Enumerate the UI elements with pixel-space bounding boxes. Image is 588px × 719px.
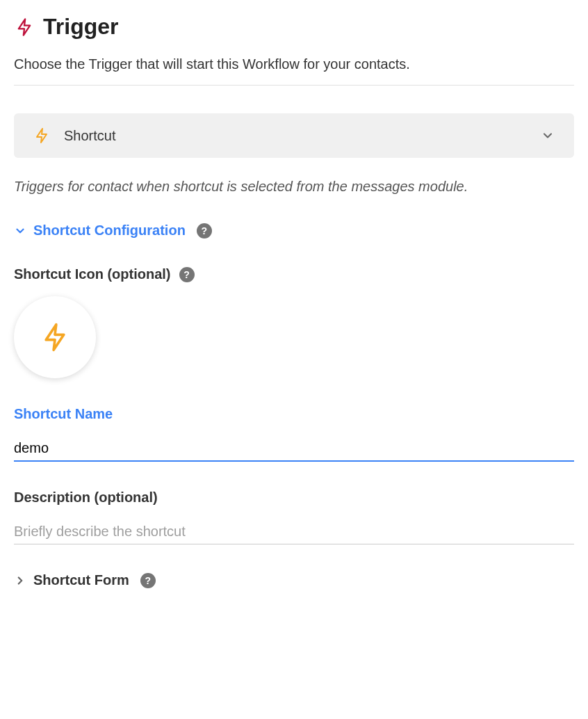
description-field-wrapper: Description (optional) [14,490,574,544]
trigger-selector-content: Shortcut [33,127,115,144]
section-title: Shortcut Configuration [33,223,186,239]
section-title: Shortcut Form [33,572,129,588]
page-header: Trigger [14,14,574,40]
help-icon[interactable]: ? [140,573,156,588]
shortcut-icon-wrapper [14,296,574,378]
description-label: Description (optional) [14,490,574,506]
trigger-hint: Triggers for contact when shortcut is se… [14,179,574,195]
shortcut-name-field-wrapper: Shortcut Name [14,406,574,462]
chevron-right-icon [14,574,26,587]
shortcut-name-input[interactable] [14,436,574,462]
help-icon[interactable]: ? [197,223,212,239]
chevron-down-icon [14,225,26,237]
shortcut-name-label: Shortcut Name [14,406,574,422]
bolt-icon [40,322,70,353]
description-input[interactable] [14,519,574,544]
divider [14,85,574,86]
trigger-type-selector[interactable]: Shortcut [14,113,574,158]
trigger-selector-label: Shortcut [64,128,115,144]
page-title: Trigger [43,14,118,40]
shortcut-configuration-section-header[interactable]: Shortcut Configuration ? [14,223,574,239]
chevron-down-icon [541,129,555,143]
shortcut-icon-label: Shortcut Icon (optional) ? [14,266,574,282]
bolt-icon [14,17,35,38]
bolt-icon [33,127,50,144]
help-icon[interactable]: ? [179,267,195,282]
shortcut-icon-selector[interactable] [14,296,96,378]
shortcut-form-section-header[interactable]: Shortcut Form ? [14,572,574,588]
field-label-text: Shortcut Icon (optional) [14,266,171,282]
page-description: Choose the Trigger that will start this … [14,56,574,72]
